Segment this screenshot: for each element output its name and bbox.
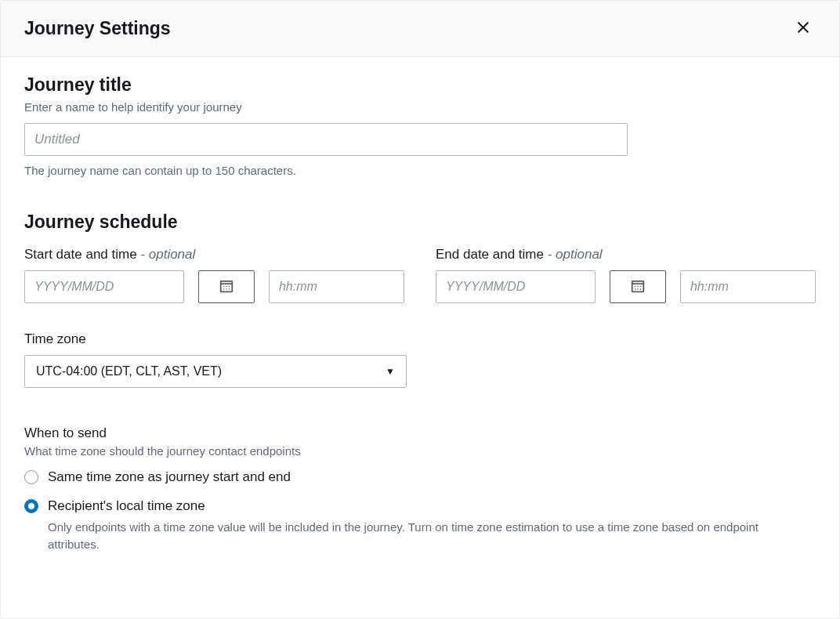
schedule-row: Start date and time - optional: [24, 247, 816, 303]
start-datetime-group: Start date and time - optional: [24, 247, 404, 303]
radio-icon: [24, 470, 38, 484]
timezone-selected-value: UTC-04:00 (EDT, CLT, AST, VET): [36, 364, 222, 378]
svg-point-16: [637, 288, 639, 290]
svg-point-4: [223, 285, 225, 287]
end-label-text: End date and time: [436, 247, 544, 262]
end-datetime-label: End date and time - optional: [436, 247, 816, 262]
radio-option-recipient-local[interactable]: Recipient's local time zone Only endpoin…: [24, 498, 816, 552]
radio-option-same-timezone[interactable]: Same time zone as journey start and end: [24, 469, 816, 487]
svg-point-15: [635, 288, 636, 290]
end-optional-text: - optional: [544, 247, 603, 262]
end-datetime-group: End date and time - optional: [436, 247, 816, 303]
journey-title-description: Enter a name to help identify your journ…: [24, 100, 816, 114]
svg-point-6: [229, 285, 230, 287]
svg-point-5: [226, 285, 227, 287]
journey-schedule-section: Journey schedule Start date and time - o…: [24, 212, 816, 552]
radio-label: Recipient's local time zone: [48, 498, 784, 516]
svg-point-14: [640, 285, 642, 287]
svg-point-8: [226, 288, 227, 290]
calendar-icon: [219, 279, 234, 295]
settings-panel: Journey Settings Journey title Enter a n…: [0, 0, 840, 619]
start-time-input[interactable]: [269, 270, 404, 303]
end-inputs: [436, 270, 816, 303]
close-icon: [795, 20, 811, 38]
radio-icon: [24, 499, 38, 513]
timezone-block: Time zone UTC-04:00 (EDT, CLT, AST, VET)…: [24, 331, 816, 388]
journey-title-section: Journey title Enter a name to help ident…: [24, 74, 816, 177]
radio-description: Only endpoints with a time zone value wi…: [48, 519, 784, 553]
journey-title-input[interactable]: [24, 123, 628, 156]
journey-title-helper: The journey name can contain up to 150 c…: [24, 164, 816, 177]
svg-point-12: [635, 285, 636, 287]
panel-body: Journey title Enter a name to help ident…: [1, 57, 839, 618]
calendar-icon: [631, 279, 645, 295]
end-calendar-button[interactable]: [610, 270, 666, 303]
caret-down-icon: ▼: [386, 366, 395, 377]
when-to-send-description: What time zone should the journey contac…: [24, 444, 816, 458]
when-to-send-block: When to send What time zone should the j…: [24, 425, 816, 552]
start-datetime-label: Start date and time - optional: [24, 247, 404, 262]
when-to-send-heading: When to send: [24, 425, 816, 441]
end-date-input[interactable]: [436, 270, 596, 303]
journey-schedule-heading: Journey schedule: [24, 212, 816, 233]
start-inputs: [24, 270, 404, 303]
panel-header: Journey Settings: [1, 1, 839, 57]
start-date-input[interactable]: [24, 270, 184, 303]
radio-label: Same time zone as journey start and end: [48, 469, 291, 487]
start-optional-text: - optional: [137, 247, 196, 262]
svg-point-13: [637, 285, 639, 287]
close-button[interactable]: [791, 15, 816, 42]
journey-title-heading: Journey title: [24, 74, 816, 96]
timezone-select[interactable]: UTC-04:00 (EDT, CLT, AST, VET) ▼: [24, 355, 407, 388]
start-label-text: Start date and time: [24, 247, 137, 262]
start-calendar-button[interactable]: [198, 270, 255, 303]
svg-point-17: [640, 288, 642, 290]
svg-point-7: [223, 288, 225, 290]
panel-title: Journey Settings: [24, 18, 171, 39]
timezone-label: Time zone: [24, 331, 816, 347]
end-time-input[interactable]: [680, 270, 816, 303]
svg-point-9: [229, 288, 230, 290]
